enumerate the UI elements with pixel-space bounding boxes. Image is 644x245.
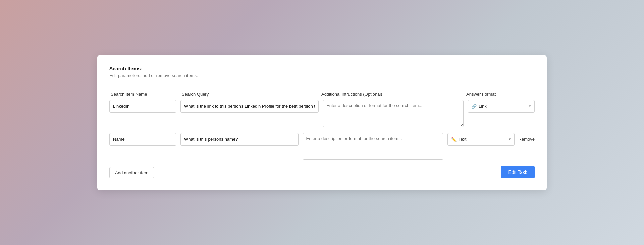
- instructions-cell-1: [323, 100, 464, 128]
- chevron-down-icon: ▾: [529, 104, 531, 108]
- col-header-instructions: Additional Intructions (Optional): [321, 92, 462, 97]
- instructions-cell-2: [303, 133, 443, 161]
- format-select-1[interactable]: Link ▾: [468, 100, 535, 113]
- col-header-query: Search Query: [182, 92, 317, 97]
- remove-button-2[interactable]: Remove: [519, 133, 535, 146]
- table-header: Search Item Name Search Query Additional…: [109, 92, 535, 97]
- edit-icon: [451, 137, 457, 142]
- format-select-2[interactable]: Text ▾: [447, 133, 515, 146]
- table-row: Text ▾ Remove: [109, 133, 535, 161]
- name-input-2[interactable]: [109, 133, 176, 146]
- link-icon: [471, 104, 477, 109]
- edit-task-button[interactable]: Edit Task: [501, 166, 535, 178]
- name-cell-1: [109, 100, 176, 113]
- col-header-name: Search Item Name: [111, 92, 178, 97]
- format-select-label-2: Text: [459, 137, 507, 142]
- name-cell-2: [109, 133, 176, 146]
- section-title: Search Items:: [109, 66, 535, 71]
- format-cell-2: Text ▾: [447, 133, 515, 146]
- name-input-1[interactable]: [109, 100, 176, 113]
- divider: [109, 85, 535, 85]
- instructions-textarea-1[interactable]: [323, 100, 464, 127]
- format-cell-1: Link ▾: [468, 100, 535, 113]
- chevron-down-icon-2: ▾: [509, 137, 511, 141]
- query-input-1[interactable]: [180, 100, 319, 113]
- query-input-2[interactable]: [180, 133, 299, 146]
- instructions-textarea-2[interactable]: [303, 133, 443, 160]
- format-select-label-1: Link: [479, 104, 527, 109]
- section-subtitle: Edit parameters, add or remove search it…: [109, 73, 535, 78]
- remove-cell-2: Remove: [519, 133, 535, 146]
- search-items-modal: Search Items: Edit parameters, add or re…: [97, 55, 547, 190]
- table-row: Link ▾: [109, 100, 535, 128]
- query-cell-1: [180, 100, 319, 113]
- col-header-format: Answer Format: [466, 92, 533, 97]
- add-another-item-button[interactable]: Add another item: [109, 167, 154, 178]
- query-cell-2: [180, 133, 299, 146]
